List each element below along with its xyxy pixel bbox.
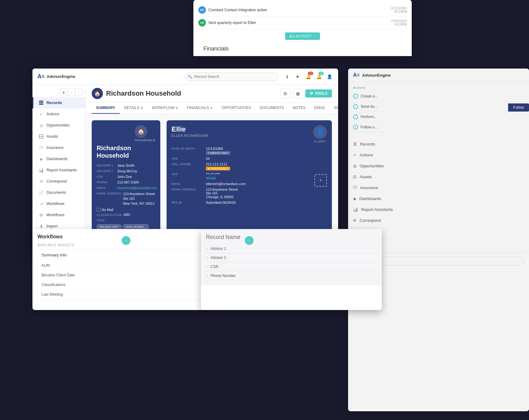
activity-timestamp-2: 07/31/2020 04:18PM (391, 19, 407, 26)
household-phone-row: PHONE 212-867-5309 (97, 180, 155, 184)
right-nav-insurance[interactable]: 🛡 Insurance (348, 182, 529, 193)
check-icon-3 (353, 114, 358, 119)
sidebar-prev-button[interactable]: ‹ (68, 88, 75, 96)
right-check-icon: ✓ (353, 153, 357, 157)
sidebar-records-label: Records (46, 101, 62, 105)
tools-button[interactable]: ⚙ TOOLS (305, 89, 332, 98)
no-mail-row: No Mail (97, 208, 155, 212)
header-actions: ⊞ ▦ ⚙ TOOLS (280, 88, 332, 98)
sidebar-item-insurance[interactable]: 🛡 Insurance (32, 142, 85, 153)
household-card-icon-row: 🏠 HOUSEHOLD (97, 125, 155, 142)
topbar-icons: ℹ ♥ 🔔 12 🔔 76 👤 (283, 73, 333, 80)
sidebar-item-workflows-1[interactable]: ↗ Workflows (32, 198, 85, 209)
right-nav-insurance-label: Insurance (360, 185, 378, 190)
user-icon[interactable]: 👤 (326, 73, 333, 80)
household-card-arrow[interactable]: → (122, 236, 130, 245)
household-type-label: HOUSEHOLD (135, 139, 155, 142)
tab-documents[interactable]: DOCUMENTS (255, 103, 288, 114)
drag-handle-3[interactable]: ≡ (206, 265, 208, 269)
drag-handle-1[interactable]: ≡ (206, 246, 208, 251)
right-nav-opp-label: Opportunities (360, 164, 384, 168)
global-search-input[interactable] (185, 72, 278, 81)
follow-button[interactable]: Follow (508, 103, 529, 112)
dob-value: 12/13/1966 (206, 147, 327, 150)
email-value[interactable]: household@griswold.com (117, 186, 157, 190)
sidebar-item-documents[interactable]: 📄 Documents (32, 187, 85, 198)
client-card-arrow[interactable]: → (245, 236, 254, 245)
sidebar-item-report-assistants[interactable]: 📊 Report Assistants (32, 165, 85, 176)
drag-handle-2[interactable]: ≡ (206, 255, 208, 260)
right-asset-icon: ⊡ (353, 174, 357, 179)
add-more-button[interactable]: + (314, 174, 327, 187)
drag-handle-4[interactable]: ≡ (206, 274, 208, 278)
household-title-area: 🏠 Richardson Household (92, 88, 181, 99)
card-view-button[interactable]: ▦ (293, 88, 303, 98)
right-nav-report-assistants[interactable]: 📊 Report Assistants (348, 204, 529, 215)
household-email-row: EMAIL household@griswold.com (97, 186, 155, 190)
sidebar-item-workflows-2[interactable]: ⚙ Workflows (32, 209, 85, 221)
available-widgets-area: AVAILABLE WIDGETS Summary Info ∧ AUM Bec… (37, 243, 208, 299)
tab-integrations[interactable]: INTEGRATIONS (330, 103, 338, 114)
record-field-csr: ≡ CSR (206, 262, 377, 271)
classification-row: CLASSIFICATION ABC (97, 213, 155, 217)
email-label: EMAIL (97, 186, 115, 190)
right-nav-records[interactable]: ☰ Records (348, 139, 529, 150)
svg-rect-1 (39, 102, 43, 103)
right-nav-correspond[interactable]: ⟳ Correspond (348, 215, 529, 226)
sidebar-next-button[interactable]: › (75, 88, 83, 96)
client-fields: DATE OF BIRTH 12/13/1966 2 WEEKS AWAY AG… (172, 147, 327, 204)
all-activity-button[interactable]: ALL ACTIVITY → (285, 32, 320, 40)
sidebar-collapse-area: ◧ ‹ › (32, 87, 85, 97)
svg-rect-2 (39, 104, 43, 105)
sidebar-actions-label: Actions (46, 112, 59, 116)
sidebar-opp-label: Opportunities (46, 123, 70, 127)
age-value: 54 (206, 157, 327, 160)
notification-bell-icon[interactable]: 🔔 12 (304, 73, 312, 80)
tab-notes[interactable]: NOTES (288, 103, 310, 114)
household-address-row: HOME ADDRESS 123 Anywhere Street Ste 101… (97, 192, 155, 206)
tab-opportunities[interactable]: OPPORTUNTIES (217, 103, 255, 114)
financials-heading: Financials (198, 43, 407, 55)
dob-value-area: 12/13/1966 2 WEEKS AWAY (206, 147, 327, 155)
right-app-header: A≡ AdvisorEngine (348, 69, 529, 82)
client-type-label: CLIENT (313, 140, 327, 143)
sidebar-item-dashboards[interactable]: ◈ Dashboards (32, 153, 85, 165)
sidebar-item-actions[interactable]: ✓ Actions (32, 108, 85, 120)
sidebar-item-assets[interactable]: Assets (32, 131, 85, 142)
right-action-4: Follow u... (353, 122, 524, 132)
sidebar-toggle-button[interactable]: ◧ (60, 88, 68, 96)
tools-icon: ⚙ (310, 91, 313, 96)
right-nav-actions[interactable]: ✓ Actions (348, 150, 529, 160)
right-nav-dashboards[interactable]: ◈ Dashboards (348, 193, 529, 204)
right-actions-list: Actions Create e... Send do... Perform..… (348, 82, 529, 136)
bg-top-content: SD Constant Contact Integration active 0… (193, 0, 412, 56)
page-title: Richardson Household (106, 89, 181, 98)
tab-details[interactable]: DETAILS ∨ (120, 103, 148, 114)
heart-icon[interactable]: ♥ (294, 73, 301, 80)
record-panel: Record Name ≡ Advisor 1 ≡ Advisor 2 ≡ CS… (201, 229, 382, 285)
no-mail-checkbox[interactable] (97, 208, 100, 212)
right-nav-opportunities[interactable]: ◎ Opportunities (348, 160, 529, 171)
sidebar-item-records[interactable]: Records (32, 97, 85, 108)
sidebar-item-opportunities[interactable]: ◎ Opportunities (32, 120, 85, 131)
bg-top-row-left-1: SD Constant Contact Integration active (198, 6, 267, 14)
tab-email[interactable]: EMAIL (310, 103, 330, 114)
tab-summary[interactable]: SUMMARY (92, 103, 120, 114)
summary-info-header[interactable]: Summary Info ∧ (38, 250, 208, 260)
tab-workflow[interactable]: WORKFLOW ∨ (148, 103, 182, 114)
ssn-show-link[interactable]: SHOW (206, 177, 327, 180)
cell-label: CELL PHONE (172, 162, 203, 170)
client-avatar-container: 👤 CLIENT (313, 125, 327, 143)
alerts-icon[interactable]: 🔔 76 (315, 73, 323, 80)
copy-button[interactable]: ⊞ (280, 88, 290, 98)
widget-aum: AUM (38, 260, 208, 270)
bg-top-window: SD Constant Contact Integration active 0… (193, 0, 412, 56)
info-icon[interactable]: ℹ (283, 73, 291, 80)
household-advisor1-row: ADVISOR 1 Jane Smith (97, 164, 155, 167)
right-nav-assets[interactable]: ⊡ Assets (348, 171, 529, 182)
tab-financials[interactable]: FINANCIALS ∨ (182, 103, 217, 114)
sidebar-item-correspond[interactable]: ⟳ Correspond (32, 176, 85, 187)
sidebar-assets-label: Assets (46, 134, 58, 139)
alerts-count: 76 (318, 72, 324, 75)
check-icon-1 (353, 94, 358, 99)
